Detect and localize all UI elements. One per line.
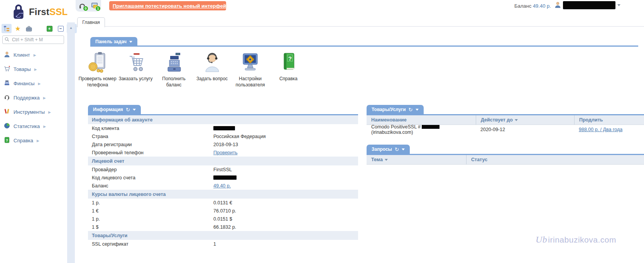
collapse-all-icon[interactable]: − [56,24,66,33]
cash-register-icon [163,51,185,73]
help-book-icon: ? [277,51,300,73]
pie-chart-icon [4,123,10,130]
info-row: 1 р. 0.0131 € [88,199,358,207]
column-header-name[interactable]: Наименование [367,115,476,125]
task-ask-question[interactable]: Задать вопрос [193,51,231,88]
requests-panel-title: Запросы [372,147,392,152]
info-row-value: 2018-09-13 [213,142,238,147]
info-row-value: 0.0131 € [213,200,232,206]
column-header-valid-until[interactable]: Действует до [476,115,574,125]
info-row-label: Провайдер [88,167,213,172]
refresh-icon[interactable]: ↻ [395,147,399,152]
task-order-service[interactable]: Заказать услугу [117,51,155,88]
sidebar-item-finance[interactable]: Финансы ▶ [0,76,66,91]
verify-phone-link[interactable]: Проверить [213,150,238,155]
new-interface-banner: Приглашаем потестировать новый интерфейс… [109,1,226,10]
chevron-down-icon[interactable] [133,109,136,111]
balance-value[interactable]: 49.40 р. [533,3,551,9]
taskbar-header[interactable]: Панель задач [90,37,137,46]
cash-register-icon [4,80,10,87]
info-row-label: 1 $ [88,224,213,230]
products-panel: Товары/Услуги ↻ Наименование Действует д… [367,105,644,134]
support-tickets-icon[interactable]: 0 [78,2,86,10]
task-user-settings[interactable]: Настройки пользователя [231,51,269,88]
lock-icon [12,2,25,21]
tools-icon [4,108,10,116]
tree-view-icon[interactable] [2,24,12,33]
user-name-redacted [563,1,615,9]
info-row-value: FirstSSL [213,167,232,172]
chevron-right-icon: ▶ [37,139,39,143]
info-panel-header[interactable]: Информация ↻ [88,105,141,114]
task-label: Задать вопрос [196,76,228,82]
products-panel-header[interactable]: Товары/Услуги ↻ [367,105,424,114]
requests-table-header: Тема Статус [367,155,644,165]
sidebar-item-products[interactable]: Товары ▶ [0,62,66,76]
banner-close-icon[interactable]: × [233,3,239,8]
info-row: SSL сертификат 1 [88,240,358,248]
column-header-status[interactable]: Статус [466,155,644,164]
refresh-icon[interactable]: ↻ [409,107,413,112]
chevron-right-icon: ▶ [34,53,36,57]
tab-main[interactable]: Главная [77,17,105,27]
column-header-subject[interactable]: Тема [367,155,466,164]
sidebar-scrollbar[interactable]: ▲ [67,22,75,263]
sidebar-item-label: Финансы [14,81,35,86]
refresh-icon[interactable]: ↻ [126,107,130,112]
info-section: Товары/Услуги [88,231,358,240]
info-row-value: 66.1832 р. [213,224,236,230]
headset-icon [4,94,10,101]
sidebar-toolbar: ★ + − [2,24,78,33]
chevron-right-icon: ▶ [34,67,37,71]
sidebar-search [2,35,64,44]
messages-icon[interactable]: 1 [91,2,98,10]
chevron-down-icon[interactable] [129,41,132,43]
chevron-down-icon[interactable] [617,4,620,6]
task-topup-balance[interactable]: Пополнить баланс [155,51,193,88]
product-row[interactable]: Comodo PositiveSSL #(irinabuzikova.com) … [367,125,644,134]
sidebar-item-support[interactable]: Поддержка ▶ [0,91,66,105]
info-row-label: SSL сертификат [88,241,213,247]
info-panel-title: Информация [93,107,123,112]
balance-label: Баланс [514,3,531,9]
info-row-label: Проверенный телефон [88,150,213,155]
task-help[interactable]: ? Справка [269,51,308,88]
banner-link[interactable]: Приглашаем потестировать новый интерфейс… [113,3,230,9]
chevron-down-icon[interactable] [402,148,405,150]
column-header-renew[interactable]: Продлить [574,115,644,125]
support-badge: 0 [83,6,88,11]
sidebar-item-stats[interactable]: Статистика ▶ [0,119,66,133]
info-row-label: 1 р. [88,200,213,206]
chevron-down-icon[interactable] [416,109,419,111]
expand-all-icon[interactable]: + [44,24,54,33]
search-input[interactable] [11,37,62,43]
info-row-label: 1 € [88,208,213,214]
task-label: Справка [279,76,297,82]
sidebar-item-tools[interactable]: Инструменты ▶ [0,105,66,119]
user-menu[interactable] [554,1,620,9]
info-row: 1 р. 0.0151 $ [88,215,358,223]
shopping-cart-icon [125,51,147,73]
sidebar-item-client[interactable]: Клиент ▶ [0,48,66,62]
info-row-label: Код лицевого счета [88,175,213,180]
user-icon [554,2,561,9]
redacted-cert-id [422,125,439,129]
notification-icons-group: 0 1 [76,0,101,12]
balance-link[interactable]: 49.40 р. [213,183,231,189]
scroll-up-icon[interactable]: ▲ [67,22,75,30]
info-row-label: Дата регистрации [88,142,213,147]
task-check-phone[interactable]: Проверить номер телефона [78,51,117,88]
info-row-label: Баланс [88,183,213,189]
product-name: Comodo PositiveSSL #(irinabuzikova.com) [367,125,476,134]
products-table-header: Наименование Действует до Продлить [367,115,644,125]
svg-text:?: ? [6,138,8,142]
briefcase-icon[interactable] [24,24,34,33]
messages-badge: 1 [95,6,101,11]
info-row: Дата регистрации 2018-09-13 [88,140,358,148]
renew-link[interactable]: 988.00 р. / Два года [579,127,622,132]
sidebar-item-help[interactable]: ? Справка ▶ [0,133,66,148]
info-row-value: Российская Федерация [213,134,266,139]
favorites-star-icon[interactable]: ★ [13,24,23,33]
requests-panel-header[interactable]: Запросы ↻ [367,145,410,154]
monitor-gear-icon [239,51,262,73]
